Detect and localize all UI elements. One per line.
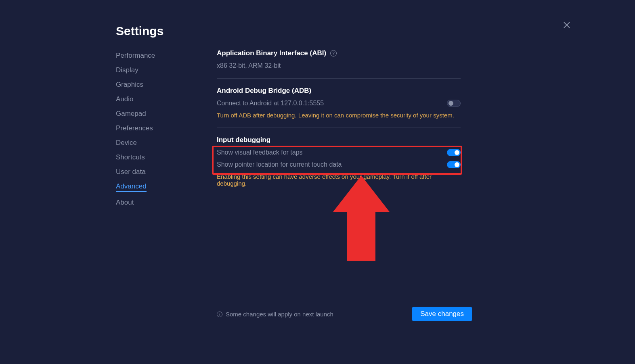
- adb-section: Android Debug Bridge (ADB) Connect to An…: [217, 87, 461, 128]
- footer-note-text: Some changes will apply on next launch: [226, 311, 333, 318]
- sidebar: Performance Display Graphics Audio Gamep…: [116, 52, 201, 207]
- sidebar-item-about[interactable]: About: [116, 199, 134, 207]
- taps-label: Show visual feedback for taps: [217, 149, 447, 156]
- sidebar-item-shortcuts[interactable]: Shortcuts: [116, 153, 145, 161]
- input-debugging-section: Input debugging Show visual feedback for…: [217, 136, 461, 196]
- sidebar-item-user-data[interactable]: User data: [116, 168, 146, 176]
- sidebar-item-advanced[interactable]: Advanced: [116, 182, 147, 192]
- pointer-toggle[interactable]: [447, 161, 461, 168]
- sidebar-item-device[interactable]: Device: [116, 139, 137, 147]
- adb-connect-label: Connect to Android at 127.0.0.1:5555: [217, 100, 447, 107]
- abi-value: x86 32-bit, ARM 32-bit: [217, 62, 461, 69]
- taps-toggle[interactable]: [447, 149, 461, 156]
- pointer-label: Show pointer location for current touch …: [217, 161, 447, 168]
- input-debugging-title: Input debugging: [217, 136, 270, 144]
- sidebar-item-performance[interactable]: Performance: [116, 52, 155, 60]
- content-panel: Application Binary Interface (ABI) ? x86…: [217, 49, 461, 204]
- sidebar-item-audio[interactable]: Audio: [116, 95, 133, 103]
- sidebar-divider: [202, 49, 202, 207]
- page-title: Settings: [116, 24, 163, 38]
- abi-section: Application Binary Interface (ABI) ? x86…: [217, 49, 461, 79]
- input-debugging-warning: Enabling this setting can have adverse e…: [217, 173, 461, 187]
- adb-warning: Turn off ADB after debugging. Leaving it…: [217, 112, 461, 119]
- adb-title: Android Debug Bridge (ADB): [217, 87, 311, 95]
- help-icon[interactable]: ?: [330, 50, 337, 56]
- save-changes-button[interactable]: Save changes: [412, 307, 472, 321]
- close-icon[interactable]: [563, 21, 570, 29]
- abi-title: Application Binary Interface (ABI): [217, 49, 326, 57]
- sidebar-item-gamepad[interactable]: Gamepad: [116, 110, 146, 118]
- sidebar-item-display[interactable]: Display: [116, 66, 138, 74]
- info-icon: i: [217, 312, 222, 317]
- sidebar-item-preferences[interactable]: Preferences: [116, 124, 153, 132]
- adb-toggle[interactable]: [447, 100, 461, 107]
- sidebar-item-graphics[interactable]: Graphics: [116, 81, 143, 89]
- footer-note: i Some changes will apply on next launch: [217, 311, 333, 318]
